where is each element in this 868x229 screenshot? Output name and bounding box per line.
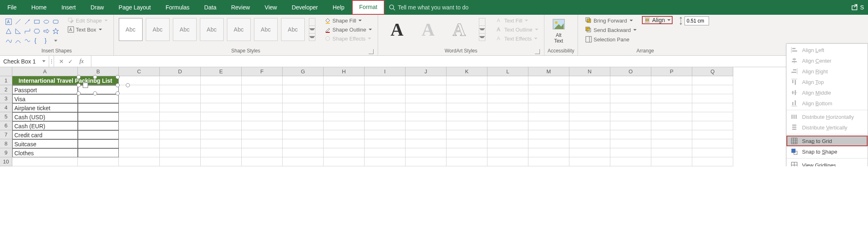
cell[interactable]: [365, 148, 406, 157]
cell[interactable]: [201, 103, 242, 112]
cell[interactable]: [242, 85, 283, 94]
wordart-swatch-1[interactable]: A: [385, 18, 409, 41]
tell-me-search[interactable]: Tell me what you want to do: [389, 0, 469, 15]
cell[interactable]: [201, 94, 242, 103]
cell[interactable]: [201, 130, 242, 139]
cell[interactable]: [610, 103, 651, 112]
shape-height-input[interactable]: [684, 16, 709, 25]
cell[interactable]: [692, 139, 733, 148]
cell[interactable]: [651, 148, 692, 157]
cell[interactable]: [651, 130, 692, 139]
cell[interactable]: [569, 148, 610, 157]
mi-snap-to-shape[interactable]: Snap to Shape: [786, 146, 868, 157]
cell[interactable]: [119, 94, 160, 103]
cell[interactable]: [365, 130, 406, 139]
shape-curve-icon[interactable]: [14, 36, 23, 45]
formula-input[interactable]: [91, 56, 868, 67]
cell[interactable]: [201, 139, 242, 148]
cell[interactable]: [446, 85, 487, 94]
cell[interactable]: [365, 121, 406, 130]
shape-triangle-icon[interactable]: [4, 27, 13, 36]
shape-more-icon[interactable]: [51, 36, 60, 45]
cell[interactable]: [528, 121, 569, 130]
mi-view-gridlines[interactable]: View Gridlines: [786, 160, 868, 166]
colhdr-l[interactable]: L: [487, 67, 528, 76]
tab-draw[interactable]: Draw: [83, 0, 111, 15]
colhdr-q[interactable]: Q: [692, 67, 733, 76]
cell[interactable]: [160, 85, 201, 94]
name-box[interactable]: Check Box 1: [0, 56, 49, 67]
cell[interactable]: [324, 130, 365, 139]
cell-a4[interactable]: Airplane ticket: [12, 103, 78, 112]
shape-rbrace-icon[interactable]: }: [42, 36, 51, 45]
cell[interactable]: [242, 94, 283, 103]
mi-snap-to-grid[interactable]: Snap to Grid: [786, 136, 868, 146]
name-box-caret[interactable]: [42, 60, 45, 62]
cell[interactable]: [119, 148, 160, 157]
cell[interactable]: [160, 112, 201, 121]
tab-format[interactable]: Format: [352, 0, 385, 15]
cell[interactable]: [324, 76, 365, 85]
cell[interactable]: [692, 103, 733, 112]
colhdr-d[interactable]: D: [160, 67, 201, 76]
cell[interactable]: [406, 130, 446, 139]
cell[interactable]: [324, 121, 365, 130]
cell[interactable]: [651, 103, 692, 112]
cell[interactable]: [569, 130, 610, 139]
cell[interactable]: [406, 139, 446, 148]
tab-help[interactable]: Help: [325, 0, 352, 15]
cell[interactable]: [528, 103, 569, 112]
tab-data[interactable]: Data: [197, 0, 224, 15]
rowhdr-9[interactable]: 9: [0, 148, 12, 157]
cell-b6[interactable]: [78, 121, 119, 130]
style-swatch-5[interactable]: Abc: [227, 18, 251, 41]
tab-insert[interactable]: Insert: [54, 0, 83, 15]
tab-page-layout[interactable]: Page Layout: [111, 0, 159, 15]
cell[interactable]: [651, 85, 692, 94]
style-swatch-6[interactable]: Abc: [254, 18, 278, 41]
shape-rect-icon[interactable]: [32, 17, 41, 26]
cell[interactable]: [487, 76, 528, 85]
cell[interactable]: [569, 94, 610, 103]
cell[interactable]: [324, 157, 365, 166]
cell[interactable]: [446, 94, 487, 103]
edit-shape-button[interactable]: Edit Shape: [65, 16, 110, 25]
send-backward-button[interactable]: Send Backward: [583, 26, 639, 34]
cell[interactable]: [692, 130, 733, 139]
wordart-scroll[interactable]: [479, 18, 485, 41]
cell-b7[interactable]: [78, 130, 119, 139]
cell[interactable]: [119, 157, 160, 166]
cell-b3[interactable]: [78, 94, 119, 103]
text-outline-button[interactable]: A Text Outline: [494, 25, 541, 34]
cell[interactable]: [283, 103, 324, 112]
checkbox-icon[interactable]: [83, 83, 88, 88]
wordart-swatch-2[interactable]: A: [416, 18, 440, 41]
cell[interactable]: [487, 130, 528, 139]
cell[interactable]: [365, 139, 406, 148]
cell-a7[interactable]: Credit card: [12, 130, 78, 139]
cell[interactable]: [242, 76, 283, 85]
tab-review[interactable]: Review: [224, 0, 257, 15]
cell[interactable]: [692, 76, 733, 85]
enter-button[interactable]: ✓: [68, 58, 73, 65]
cell[interactable]: [569, 85, 610, 94]
cell[interactable]: [324, 112, 365, 121]
share-button[interactable]: S: [847, 0, 868, 15]
cell[interactable]: [324, 103, 365, 112]
cell[interactable]: [446, 103, 487, 112]
cell[interactable]: [406, 121, 446, 130]
cell[interactable]: [487, 112, 528, 121]
tab-home[interactable]: Home: [24, 0, 54, 15]
cell[interactable]: [283, 121, 324, 130]
cell[interactable]: [487, 94, 528, 103]
rowhdr-7[interactable]: 7: [0, 130, 12, 139]
cell[interactable]: [569, 76, 610, 85]
cell[interactable]: [201, 85, 242, 94]
cell[interactable]: [324, 85, 365, 94]
cell[interactable]: [201, 121, 242, 130]
checkbox-shape[interactable]: [79, 77, 128, 93]
cell[interactable]: [201, 157, 242, 166]
cell-a6[interactable]: Cash (EUR): [12, 121, 78, 130]
cell[interactable]: [406, 94, 446, 103]
cell[interactable]: [365, 94, 406, 103]
